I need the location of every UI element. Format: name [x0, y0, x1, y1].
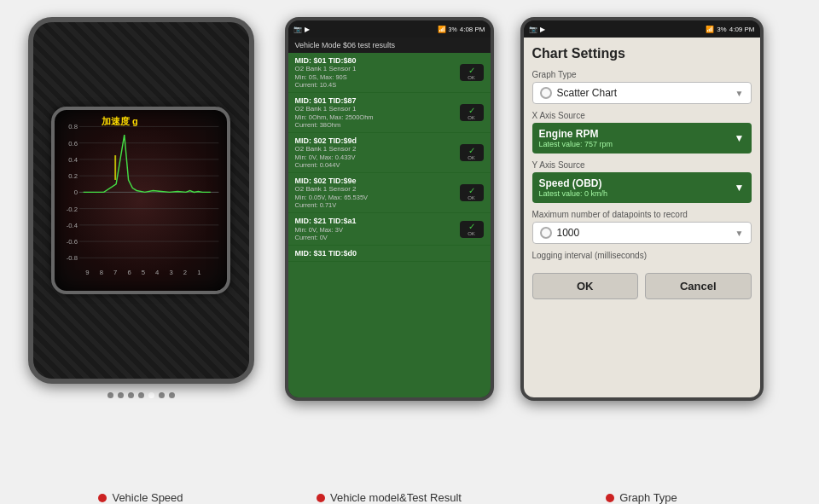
item3-title: MID: $02 TID:$9d: [295, 136, 460, 145]
svg-text:0.4: 0.4: [68, 156, 78, 164]
graph-type-radio[interactable]: [540, 87, 552, 99]
y-axis-sub: Latest value: 0 km/h: [539, 189, 608, 198]
status-bar-2: 📷 ▶ 📶 3% 4:08 PM: [288, 20, 491, 38]
svg-text:0: 0: [74, 188, 78, 196]
svg-text:-0.6: -0.6: [67, 238, 78, 246]
phone-screen-1: 加速度 g 0.8 0.6 0.4 0.2: [28, 17, 254, 384]
x-axis-section: X Axis Source Engine RPM Latest value: 7…: [532, 111, 752, 154]
dot-red-3: [606, 494, 614, 502]
test-item-1: MID: $01 TID:$80 O2 Bank 1 Sensor 1 Min:…: [288, 53, 491, 93]
test-item-2: MID: $01 TID:$87 O2 Bank 1 Sensor 1 Min:…: [288, 93, 491, 133]
label-graph-type: Graph Type: [514, 491, 770, 504]
y-axis-dropdown[interactable]: Speed (OBD) Latest value: 0 km/h ▼: [532, 172, 752, 203]
item4-title: MID: $02 TID:$9e: [295, 177, 460, 185]
y-axis-chevron-icon: ▼: [735, 182, 745, 194]
y-axis-label: Y Axis Source: [532, 160, 752, 170]
dot-1: [107, 392, 113, 398]
panel-vehicle-speed: 加速度 g 0.8 0.6 0.4 0.2: [17, 17, 264, 484]
y-axis-value: Speed (OBD): [539, 177, 608, 189]
test-item-4: MID: $02 TID:$9e O2 Bank 1 Sensor 2 Min:…: [288, 173, 491, 213]
svg-text:7: 7: [113, 269, 117, 276]
label-vehicle-speed: Vehicle Speed: [17, 491, 264, 504]
svg-text:8: 8: [100, 269, 103, 276]
phone-screen-3: 📷 ▶ 📶 3% 4:09 PM Chart Settings Graph Ty…: [520, 17, 764, 401]
graph-type-value: Scatter Chart: [557, 87, 618, 99]
item2-values: Min: 0Ohm, Max: 2500OhmCurrent: 38Ohm: [295, 113, 460, 129]
dot-6: [159, 392, 165, 398]
test-list: MID: $01 TID:$80 O2 Bank 1 Sensor 1 Min:…: [288, 53, 491, 397]
screen2-header: Vehicle Mode $06 test results: [288, 38, 491, 53]
graph-type-label: Graph Type: [532, 70, 752, 79]
label-text-3: Graph Type: [619, 491, 677, 504]
y-axis-section: Y Axis Source Speed (OBD) Latest value: …: [532, 160, 752, 203]
test-item-6: MID: $31 TID:$d0: [288, 246, 491, 262]
svg-text:5: 5: [142, 269, 145, 276]
svg-text:2: 2: [183, 269, 187, 276]
x-axis-sub: Latest value: 757 rpm: [539, 140, 613, 148]
status-bar-3: 📷 ▶ 📶 3% 4:09 PM: [524, 20, 760, 38]
max-dp-label: Maximum number of datapoints to record: [532, 210, 752, 219]
battery-label: 3%: [449, 26, 457, 32]
dot-2: [118, 392, 124, 398]
item5-title: MID: $21 TID:$a1: [295, 217, 460, 225]
item4-values: Min: 0.05V, Max: 65.535VCurrent: 0.71V: [295, 194, 460, 209]
svg-text:-0.8: -0.8: [67, 254, 78, 262]
ok-badge-3: ✓ OK: [460, 144, 484, 161]
svg-text:6: 6: [127, 269, 131, 276]
max-dp-chevron-icon: ▼: [735, 229, 744, 238]
ok-button[interactable]: OK: [532, 273, 639, 299]
panel-graph-type: 📷 ▶ 📶 3% 4:09 PM Chart Settings Graph Ty…: [514, 17, 770, 484]
time-3: 4:09 PM: [729, 26, 755, 33]
x-axis-chevron-icon: ▼: [735, 132, 745, 144]
log-interval-section: Logging interval (milliseconds): [532, 251, 752, 263]
log-interval-label: Logging interval (milliseconds): [532, 251, 752, 260]
graph-type-section: Graph Type Scatter Chart ▼: [532, 70, 752, 104]
svg-text:4: 4: [155, 269, 160, 276]
status-icons-right: 📶 3% 4:08 PM: [438, 26, 485, 33]
svg-text:-0.4: -0.4: [67, 222, 78, 229]
dot-5-active: [148, 392, 154, 398]
item3-sub: O2 Bank 1 Sensor 2: [295, 145, 460, 153]
item2-title: MID: $01 TID:$87: [295, 96, 460, 105]
x-axis-label: X Axis Source: [532, 111, 752, 120]
bottom-labels: Vehicle Speed Vehicle model&Test Result …: [0, 484, 819, 504]
dot-red-2: [317, 494, 325, 502]
item1-values: Min: 0S, Max: 90SCurrent: 10.4S: [295, 73, 460, 89]
chart-settings-title: Chart Settings: [532, 46, 752, 61]
chart-title: 加速度 g: [102, 115, 138, 128]
svg-text:0.2: 0.2: [68, 172, 78, 180]
chart-widget: 加速度 g 0.8 0.6 0.4 0.2: [51, 107, 230, 294]
status-icons-left: 📷 ▶: [293, 26, 310, 33]
x-axis-dropdown[interactable]: Engine RPM Latest value: 757 rpm ▼: [532, 123, 752, 154]
dot-red-1: [98, 494, 107, 502]
chart-settings-panel: Chart Settings Graph Type Scatter Chart …: [524, 38, 760, 397]
chart-svg: 0.8 0.6 0.4 0.2 0 -0.2 -0.4 -0.6 -0.8 9 …: [55, 110, 227, 291]
ok-badge-4: ✓ OK: [460, 184, 484, 201]
svg-text:0.8: 0.8: [68, 123, 78, 130]
dot-3: [128, 392, 134, 398]
cancel-button[interactable]: Cancel: [645, 273, 752, 299]
max-dp-radio[interactable]: [540, 227, 552, 239]
svg-text:1: 1: [197, 269, 200, 276]
pagination-dots: [107, 392, 175, 398]
dot-4: [138, 392, 144, 398]
max-dp-section: Maximum number of datapoints to record 1…: [532, 210, 752, 244]
ok-badge-1: ✓ OK: [460, 64, 484, 81]
item1-sub: O2 Bank 1 Sensor 1: [295, 65, 460, 72]
label-test-result: Vehicle model&Test Result: [278, 491, 500, 504]
label-text-1: Vehicle Speed: [112, 491, 183, 504]
graph-type-dropdown[interactable]: Scatter Chart ▼: [532, 82, 752, 104]
item2-sub: O2 Bank 1 Sensor 1: [295, 105, 460, 113]
item4-sub: O2 Bank 1 Sensor 2: [295, 185, 460, 193]
test-item-5: MID: $21 TID:$a1 Min: 0V, Max: 3VCurrent…: [288, 213, 491, 246]
svg-rect-27: [114, 155, 116, 180]
graph-type-chevron-icon: ▼: [735, 89, 744, 98]
svg-text:3: 3: [169, 269, 172, 276]
svg-text:0.6: 0.6: [68, 140, 78, 148]
max-dp-dropdown[interactable]: 1000 ▼: [532, 222, 752, 244]
ok-badge-2: ✓ OK: [460, 104, 484, 121]
label-text-2: Vehicle model&Test Result: [330, 491, 462, 504]
dialog-buttons: OK Cancel: [532, 273, 752, 299]
time-label: 4:08 PM: [460, 26, 485, 33]
max-dp-value: 1000: [557, 227, 580, 239]
